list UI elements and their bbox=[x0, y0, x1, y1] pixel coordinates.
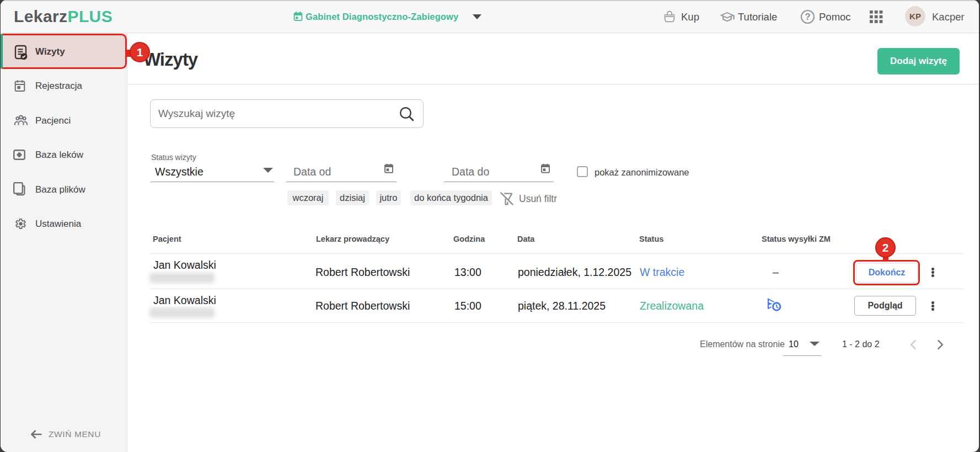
svg-text:?: ? bbox=[805, 12, 810, 22]
